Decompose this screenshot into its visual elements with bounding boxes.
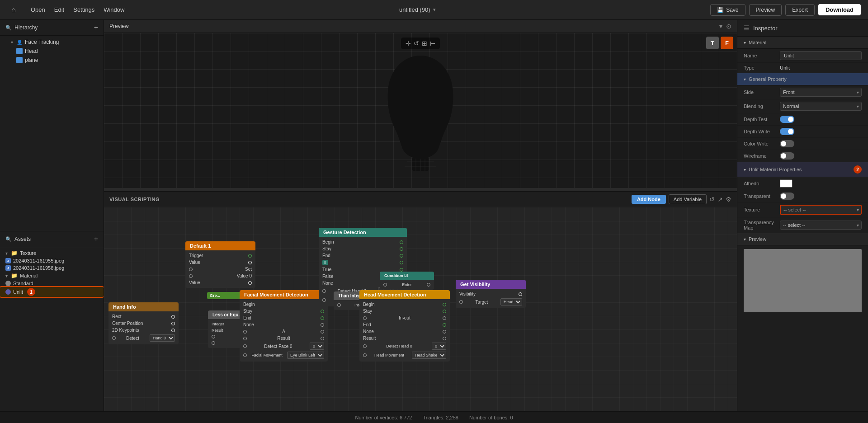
preview-button[interactable]: Preview	[749, 4, 782, 16]
color-write-toggle[interactable]	[780, 140, 794, 147]
unlit-props-header[interactable]: ▾ Unlit Material Properties 2	[737, 162, 868, 177]
status-bar: Number of vertices: 6,772 Triangles: 2,2…	[0, 411, 868, 423]
asset-material-folder[interactable]: ▾ 📁 Material	[0, 272, 104, 280]
node-row: Head Movement Head Shake	[359, 351, 450, 360]
node-condition-body: Enter	[380, 280, 434, 290]
add-variable-button[interactable]: Add Variable	[669, 194, 707, 204]
port-out-value	[248, 261, 252, 264]
scale-icon[interactable]: ⊞	[422, 40, 427, 47]
head-movement-select[interactable]: Head Shake	[412, 352, 446, 359]
side-select[interactable]: Front	[780, 88, 862, 97]
move-icon[interactable]: ✛	[406, 40, 411, 47]
menu-open[interactable]: Open	[31, 6, 45, 13]
search-icon[interactable]: 🔍	[5, 25, 12, 31]
viewport-dropdown-icon[interactable]: ▾	[719, 23, 722, 30]
port-in	[322, 298, 326, 302]
prop-depth-test: Depth Test	[737, 113, 868, 126]
depth-write-knob	[788, 129, 793, 134]
preview-section-header[interactable]: ▾ Preview	[737, 233, 868, 245]
detect-select[interactable]: Hand 0	[150, 334, 175, 342]
unlit-mat-label: Unlit	[13, 289, 23, 295]
vs-external-icon[interactable]: ↗	[717, 196, 723, 203]
viewport-settings-icon[interactable]: ⊙	[726, 23, 731, 30]
node-row: Detect Head 0 0	[359, 342, 450, 351]
blending-select[interactable]: Normal	[780, 102, 862, 111]
node-hand-info[interactable]: Hand Info Rect Center Position 2D Keypoi…	[108, 302, 179, 344]
port-in	[243, 344, 247, 348]
material-section-header[interactable]: ▾ Material	[737, 37, 868, 49]
asset-unlit-mat[interactable]: Unlit 1	[0, 287, 104, 297]
node-row: Center Position	[108, 320, 179, 327]
asset-texture-folder[interactable]: ▾ 📁 Texture	[0, 249, 104, 257]
facial-detect-select[interactable]: 0	[310, 343, 324, 350]
main-layout: 🔍 Hierarchy + ▾ 👤 Face Tracking Head pla…	[0, 20, 868, 423]
hierarchy-item-face-tracking[interactable]: ▾ 👤 Face Tracking	[0, 38, 104, 47]
transparency-map-label: Transparency Map	[744, 220, 780, 230]
depth-write-label: Depth Write	[744, 129, 780, 134]
head-silhouette	[375, 47, 466, 173]
standard-mat-label: Standard	[13, 281, 33, 286]
assets-search-icon[interactable]: 🔍	[5, 236, 12, 242]
menu-settings[interactable]: Settings	[73, 6, 94, 13]
head-detect-select[interactable]: 0	[432, 343, 446, 350]
depth-test-knob	[788, 117, 793, 122]
node-gesture-detection-header: Gesture Detection	[319, 228, 407, 237]
preview-chevron: ▾	[744, 237, 746, 242]
node-condition-header: Condition ☑	[380, 272, 434, 280]
hierarchy-item-plane[interactable]: plane	[0, 56, 104, 65]
vs-header: VISUAL SCRIPTING Add Node Add Variable ↺…	[104, 192, 737, 207]
general-property-header[interactable]: ▾ General Property	[737, 73, 868, 85]
prop-color-write: Color Write	[737, 138, 868, 150]
add-node-button[interactable]: Add Node	[632, 195, 666, 204]
node-row: Stay	[319, 245, 407, 252]
texture-chevron: ▾	[5, 251, 8, 256]
assets-add-button[interactable]: +	[94, 235, 98, 243]
name-input[interactable]	[780, 51, 862, 60]
port-out	[519, 292, 522, 296]
home-icon[interactable]: ⌂	[7, 4, 20, 16]
rotate-icon[interactable]: ↺	[414, 40, 419, 47]
port-in	[363, 316, 367, 320]
transform-icon[interactable]: ⊢	[430, 40, 435, 47]
vs-canvas[interactable]: Hand Info Rect Center Position 2D Keypoi…	[104, 207, 737, 423]
port-out	[171, 315, 175, 319]
menu-edit[interactable]: Edit	[54, 6, 64, 13]
hierarchy-item-head[interactable]: Head	[0, 47, 104, 56]
plane-icon	[16, 57, 23, 63]
transparent-toggle[interactable]	[780, 193, 794, 200]
hierarchy-add-button[interactable]: +	[94, 24, 98, 32]
asset-image-2[interactable]: J 20240311-161958.jpeg	[0, 264, 104, 272]
node-head-movement[interactable]: Head Movement Detection Begin Stay In	[359, 290, 450, 362]
node-get-visibility[interactable]: Get Visibility Visibility Target Head	[456, 280, 526, 308]
vs-refresh-icon[interactable]: ↺	[709, 196, 715, 203]
depth-test-toggle[interactable]	[780, 116, 794, 123]
transparency-map-select[interactable]: -- select --	[780, 221, 862, 230]
texture-select[interactable]: -- select --	[780, 205, 862, 215]
node-facial-movement[interactable]: Facial Movement Detection Begin Stay End	[240, 290, 328, 362]
vs-settings-icon[interactable]: ⚙	[726, 196, 731, 203]
port-in	[322, 289, 326, 293]
port-out-trigger	[248, 254, 252, 258]
node-condition[interactable]: Condition ☑ Enter	[380, 272, 434, 290]
visibility-target-select[interactable]: Head	[500, 298, 522, 306]
title-chevron[interactable]: ▾	[433, 7, 436, 13]
face-tracking-icon: 👤	[16, 39, 23, 45]
export-button[interactable]: Export	[785, 4, 815, 16]
node-row: Value	[185, 279, 255, 286]
port-out	[171, 322, 175, 325]
menu-window[interactable]: Window	[104, 6, 124, 13]
hierarchy-header: 🔍 Hierarchy +	[0, 20, 104, 36]
asset-standard-mat[interactable]: Standard	[0, 280, 104, 287]
depth-write-toggle[interactable]	[780, 128, 794, 135]
download-button[interactable]: Download	[818, 4, 861, 15]
texture-folder-label: Texture	[20, 250, 36, 256]
facial-movement-select[interactable]: Eye Blink Left	[287, 352, 324, 359]
save-button[interactable]: 💾 Save	[710, 4, 745, 16]
wireframe-toggle[interactable]	[780, 152, 794, 160]
viewport-canvas[interactable]: ✛ ↺ ⊞ ⊢	[104, 33, 737, 188]
node-default1[interactable]: Default 1 Trigger Value Set	[185, 241, 255, 288]
albedo-color-swatch[interactable]	[780, 179, 793, 188]
preview-canvas-section	[737, 245, 868, 316]
asset-image-1[interactable]: J 20240311-161955.jpeg	[0, 257, 104, 264]
f-badge: F	[721, 37, 733, 49]
